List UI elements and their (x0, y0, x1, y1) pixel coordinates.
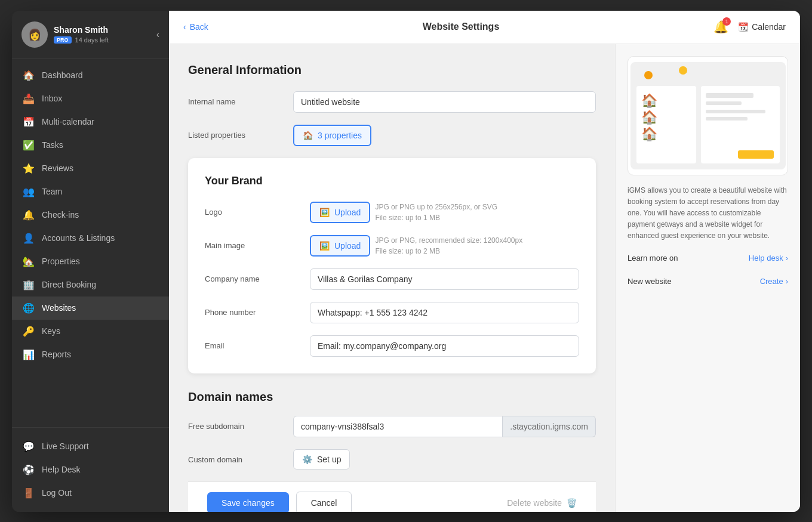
upload-icon: 🖼️ (319, 208, 330, 217)
domain-section: Domain names Free subdomain .staycation.… (188, 390, 596, 470)
sidebar-item-reports[interactable]: 📊 Reports (12, 343, 169, 366)
logo-hint-line1: JPG or PNG up to 256x256px, or SVG (375, 203, 497, 211)
logo-row: Logo 🖼️ Upload JPG or PNG up to 256x256p… (205, 202, 579, 223)
cancel-button[interactable]: Cancel (296, 492, 352, 512)
sidebar-item-reviews[interactable]: ⭐ Reviews (12, 157, 169, 180)
company-name-wrap (310, 268, 579, 290)
collapse-button[interactable]: ‹ (156, 29, 159, 40)
logo-hint: JPG or PNG up to 256x256px, or SVG File … (375, 202, 497, 223)
main-image-label: Main image (205, 235, 300, 250)
sidebar-item-log-out[interactable]: 🚪 Log Out (12, 481, 169, 505)
properties-count: 3 properties (318, 131, 362, 140)
calendar-label: Calendar (752, 22, 786, 32)
user-name: Sharon Smith (54, 25, 150, 35)
sidebar-header: 👩 Sharon Smith PRO 14 days left ‹ (12, 11, 169, 59)
home-icon: 🏠 (303, 131, 313, 140)
sidebar-item-multi-calendar[interactable]: 📅 Multi-calendar (12, 110, 169, 134)
days-left: 14 days left (75, 36, 109, 44)
delete-label: Delete website (507, 498, 562, 508)
sidebar-item-tasks[interactable]: ✅ Tasks (12, 134, 169, 157)
sidebar-item-label: Multi-calendar (42, 117, 94, 126)
back-button[interactable]: ‹ Back (183, 22, 208, 32)
setup-label: Set up (317, 455, 341, 464)
main-image-hint-line1: JPG or PNG, recommended size: 1200x400px (375, 236, 522, 245)
internal-name-label: Internal name (188, 91, 284, 106)
sidebar-item-inbox[interactable]: 📥 Inbox (12, 87, 169, 110)
svg-point-1 (644, 71, 653, 79)
sidebar-item-dashboard[interactable]: 🏠 Dashboard (12, 64, 169, 87)
sidebar-item-accounts-listings[interactable]: 👤 Accounts & Listings (12, 227, 169, 250)
sidebar-item-label: Reviews (42, 163, 73, 173)
back-label: Back (190, 22, 208, 32)
phone-label: Phone number (205, 302, 300, 317)
main-image-hint: JPG or PNG, recommended size: 1200x400px… (375, 235, 522, 257)
calendar-button[interactable]: 📆 Calendar (738, 22, 786, 32)
pro-badge: PRO (54, 36, 72, 44)
domain-title: Domain names (188, 390, 596, 404)
upload-label: Upload (334, 241, 361, 251)
page-title: Website Settings (218, 21, 704, 32)
form-panel: General Information Internal name Listed… (169, 44, 615, 512)
notification-badge: 1 (722, 17, 731, 26)
user-info: Sharon Smith PRO 14 days left (54, 25, 150, 44)
sidebar-item-properties[interactable]: 🏡 Properties (12, 250, 169, 273)
reports-icon: 📊 (23, 349, 35, 360)
sidebar-item-live-support[interactable]: 💬 Live Support (12, 435, 169, 458)
listed-properties-label: Listed properties (188, 125, 284, 140)
email-input[interactable] (310, 335, 579, 357)
logo-upload-row: 🖼️ Upload JPG or PNG up to 256x256px, or… (310, 202, 579, 223)
sidebar-item-direct-booking[interactable]: 🏢 Direct Booking (12, 273, 169, 296)
sidebar-item-label: Direct Booking (42, 280, 96, 289)
listed-properties-button[interactable]: 🏠 3 properties (293, 125, 371, 146)
brand-title: Your Brand (205, 175, 579, 187)
subdomain-input[interactable] (293, 416, 503, 437)
team-icon: 👥 (23, 186, 35, 197)
main-image-upload-button[interactable]: 🖼️ Upload (310, 235, 370, 257)
email-wrap (310, 335, 579, 357)
custom-domain-wrap: ⚙️ Set up (293, 449, 596, 470)
free-subdomain-row: Free subdomain .staycation.igms.com (188, 416, 596, 437)
user-meta: PRO 14 days left (54, 36, 150, 44)
phone-row: Phone number (205, 302, 579, 323)
direct-booking-icon: 🏢 (23, 279, 35, 291)
sidebar-item-label: Live Support (42, 441, 89, 451)
save-button[interactable]: Save changes (207, 492, 289, 512)
keys-icon: 🔑 (23, 326, 35, 337)
logo-upload-button[interactable]: 🖼️ Upload (310, 202, 370, 223)
chevron-right-icon: › (786, 277, 788, 286)
setup-button[interactable]: ⚙️ Set up (293, 449, 350, 470)
sidebar-item-label: Check-ins (42, 210, 79, 220)
subdomain-input-wrap: .staycation.igms.com (293, 416, 596, 437)
phone-input[interactable] (310, 302, 579, 323)
website-preview: 🏠 🏠 🏠 (628, 56, 788, 175)
sidebar-item-keys[interactable]: 🔑 Keys (12, 320, 169, 343)
svg-text:🏠: 🏠 (641, 92, 658, 109)
main-image-wrap: 🖼️ Upload JPG or PNG, recommended size: … (310, 235, 579, 257)
internal-name-input[interactable] (293, 91, 596, 113)
topbar: ‹ Back Website Settings 🔔 1 📆 Calendar (169, 11, 800, 44)
company-name-input[interactable] (310, 268, 579, 290)
sidebar-item-label: Dashboard (42, 70, 83, 80)
properties-icon: 🏡 (23, 256, 35, 267)
notification-button[interactable]: 🔔 1 (713, 20, 728, 34)
main-image-row: Main image 🖼️ Upload JPG or PNG, recomme… (205, 235, 579, 257)
sidebar-item-label: Log Out (42, 488, 72, 498)
sidebar: 👩 Sharon Smith PRO 14 days left ‹ 🏠 Dash… (12, 11, 169, 512)
back-chevron-icon: ‹ (183, 22, 186, 32)
sidebar-item-websites[interactable]: 🌐 Websites (12, 296, 169, 320)
free-subdomain-wrap: .staycation.igms.com (293, 416, 596, 437)
internal-name-wrap (293, 91, 596, 113)
create-link-text: Create (760, 277, 783, 286)
sidebar-item-check-ins[interactable]: 🔔 Check-ins (12, 203, 169, 227)
create-website-link[interactable]: Create › (760, 277, 788, 286)
delete-website-button[interactable]: Delete website 🗑️ (507, 498, 577, 508)
new-website-label: New website (628, 277, 672, 286)
new-website-row: New website Create › (628, 274, 788, 288)
sidebar-item-team[interactable]: 👥 Team (12, 180, 169, 203)
help-desk-link[interactable]: Help desk › (749, 254, 788, 262)
sidebar-item-label: Team (42, 187, 62, 196)
checkins-icon: 🔔 (23, 209, 35, 221)
websites-icon: 🌐 (23, 302, 35, 314)
company-name-row: Company name (205, 268, 579, 290)
sidebar-item-help-desk[interactable]: ⚽ Help Desk (12, 458, 169, 481)
